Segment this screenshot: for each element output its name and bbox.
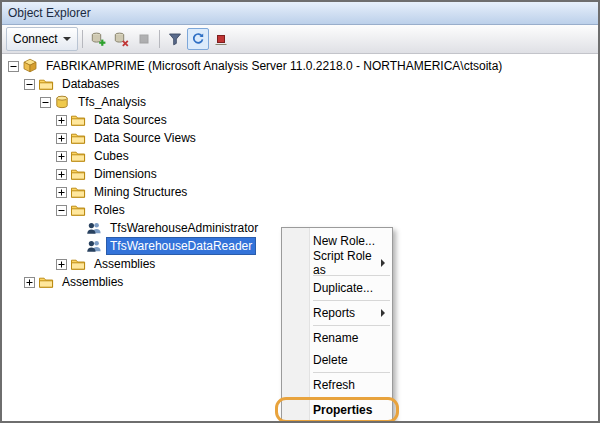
menu-separator bbox=[313, 397, 390, 398]
filter-button[interactable] bbox=[164, 28, 186, 50]
tree-item-label: Assemblies bbox=[58, 273, 127, 291]
menu-item-label: Properties bbox=[313, 403, 372, 417]
database-icon bbox=[54, 94, 70, 110]
connect-server-button[interactable] bbox=[87, 28, 109, 50]
tree-item-label: Roles bbox=[90, 201, 129, 219]
expand-expander-icon[interactable] bbox=[56, 133, 67, 144]
folder-icon bbox=[38, 76, 54, 92]
folder-icon bbox=[38, 274, 54, 290]
menu-separator bbox=[313, 325, 390, 326]
server-icon bbox=[22, 58, 38, 74]
tree-item-data-source-views[interactable]: Data Source Views bbox=[2, 129, 598, 147]
menu-item-rename[interactable]: Rename bbox=[282, 327, 392, 349]
folder-icon bbox=[70, 148, 86, 164]
menu-item-label: New Role... bbox=[313, 234, 375, 248]
context-menu: New Role...Script Role asDuplicate...Rep… bbox=[281, 227, 393, 423]
menu-item-label: Script Role as bbox=[313, 249, 376, 277]
collapse-expander-icon[interactable] bbox=[40, 97, 51, 108]
disconnect-server-icon bbox=[113, 31, 129, 47]
folder-icon bbox=[70, 202, 86, 218]
tree-item-cubes[interactable]: Cubes bbox=[2, 147, 598, 165]
tree-item-label: Databases bbox=[58, 75, 123, 93]
panel-titlebar[interactable]: Object Explorer bbox=[2, 2, 598, 25]
menu-item-label: Rename bbox=[313, 331, 358, 345]
object-explorer-panel: Object Explorer Connect FABRIKAMPRIME (M… bbox=[0, 0, 600, 423]
expand-expander-icon[interactable] bbox=[56, 151, 67, 162]
object-explorer-toolbar: Connect bbox=[2, 25, 598, 54]
connect-button-label: Connect bbox=[13, 32, 58, 46]
expand-expander-icon[interactable] bbox=[56, 187, 67, 198]
stop-button bbox=[133, 28, 155, 50]
filter-icon bbox=[167, 31, 183, 47]
tree-item-label: Assemblies bbox=[90, 255, 159, 273]
menu-item-label: Refresh bbox=[313, 378, 355, 392]
expand-expander-icon[interactable] bbox=[56, 115, 67, 126]
connect-server-icon bbox=[90, 31, 106, 47]
tree-item-label: Mining Structures bbox=[90, 183, 191, 201]
tree-item-mining-structures[interactable]: Mining Structures bbox=[2, 183, 598, 201]
panel-title: Object Explorer bbox=[8, 6, 91, 20]
disconnect-server-button[interactable] bbox=[110, 28, 132, 50]
folder-icon bbox=[70, 130, 86, 146]
menu-item-reports[interactable]: Reports bbox=[282, 302, 392, 324]
menu-item-refresh[interactable]: Refresh bbox=[282, 374, 392, 396]
role-icon bbox=[86, 220, 102, 236]
folder-icon bbox=[70, 166, 86, 182]
tree-item-data-sources[interactable]: Data Sources bbox=[2, 111, 598, 129]
tree-item-label: FABRIKAMPRIME (Microsoft Analysis Server… bbox=[42, 57, 506, 75]
menu-item-label: Reports bbox=[313, 306, 355, 320]
collapse-expander-icon[interactable] bbox=[56, 205, 67, 216]
submenu-arrow-icon bbox=[381, 309, 385, 317]
folder-icon bbox=[70, 184, 86, 200]
submenu-arrow-icon bbox=[381, 259, 385, 267]
stop-icon bbox=[136, 31, 152, 47]
tree-item-label: Cubes bbox=[90, 147, 133, 165]
expand-expander-icon[interactable] bbox=[56, 169, 67, 180]
menu-item-properties[interactable]: Properties bbox=[282, 399, 392, 421]
toolbar-buttons bbox=[87, 28, 232, 50]
chevron-down-icon bbox=[63, 37, 71, 41]
menu-item-duplicate[interactable]: Duplicate... bbox=[282, 277, 392, 299]
stop-refresh-button[interactable] bbox=[210, 28, 232, 50]
folder-icon bbox=[70, 256, 86, 272]
menu-item-label: Delete bbox=[313, 353, 348, 367]
stop-refresh-icon bbox=[213, 31, 229, 47]
tree-item-fabrikamprime-microsoft-analysis-server-[interactable]: FABRIKAMPRIME (Microsoft Analysis Server… bbox=[2, 57, 598, 75]
tree-item-label: TfsWarehouseDataReader bbox=[106, 237, 256, 255]
tree-item-label: Tfs_Analysis bbox=[74, 93, 150, 111]
tree-item-tfs-analysis[interactable]: Tfs_Analysis bbox=[2, 93, 598, 111]
menu-separator bbox=[313, 275, 390, 276]
folder-icon bbox=[70, 112, 86, 128]
tree-item-roles[interactable]: Roles bbox=[2, 201, 598, 219]
toolbar-separator bbox=[82, 30, 83, 48]
refresh-button[interactable] bbox=[187, 28, 209, 50]
menu-separator bbox=[313, 372, 390, 373]
tree-item-label: Data Source Views bbox=[90, 129, 200, 147]
connect-dropdown-button[interactable]: Connect bbox=[6, 27, 78, 51]
expand-expander-icon[interactable] bbox=[24, 277, 35, 288]
tree-item-databases[interactable]: Databases bbox=[2, 75, 598, 93]
menu-item-script-role-as[interactable]: Script Role as bbox=[282, 252, 392, 274]
menu-separator bbox=[313, 300, 390, 301]
collapse-expander-icon[interactable] bbox=[24, 79, 35, 90]
collapse-expander-icon[interactable] bbox=[8, 61, 19, 72]
tree-item-label: TfsWarehouseAdministrator bbox=[106, 219, 262, 237]
menu-item-delete[interactable]: Delete bbox=[282, 349, 392, 371]
role-icon bbox=[86, 238, 102, 254]
refresh-icon bbox=[190, 31, 206, 47]
tree-item-label: Dimensions bbox=[90, 165, 161, 183]
expand-expander-icon[interactable] bbox=[56, 259, 67, 270]
tree-item-label: Data Sources bbox=[90, 111, 171, 129]
menu-item-label: Duplicate... bbox=[313, 281, 373, 295]
tree-item-dimensions[interactable]: Dimensions bbox=[2, 165, 598, 183]
toolbar-separator bbox=[159, 30, 160, 48]
